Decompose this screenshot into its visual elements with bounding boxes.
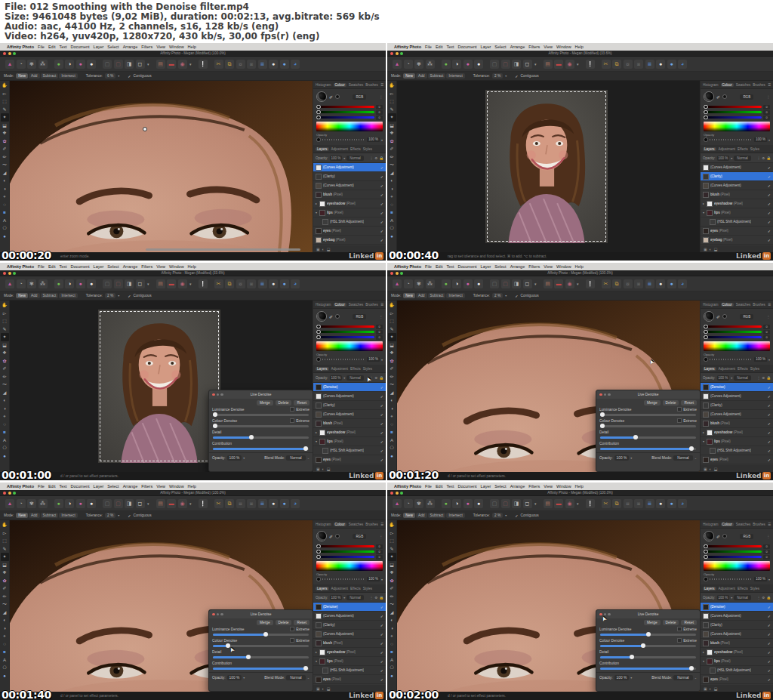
eyedropper-icon[interactable]: ✐ <box>329 94 333 100</box>
layer-visibility-check[interactable]: ✓ <box>768 394 771 399</box>
tolerance-caret-icon[interactable]: ▾ <box>505 74 507 78</box>
undo-history-icon[interactable]: ⧇ <box>236 499 245 508</box>
undo-history-icon[interactable]: ⧇ <box>236 60 245 69</box>
layer-expand-icon[interactable]: ▸ <box>703 430 705 434</box>
pixel-pencil-tool[interactable]: ✏ <box>388 373 396 381</box>
layers-opacity-caret-icon[interactable]: ▾ <box>343 376 345 380</box>
layer-row[interactable]: ▸eyeshadow (Pixel)✓ <box>701 648 773 657</box>
layer-row[interactable]: ▾lips (Pixel)✓ <box>701 657 773 666</box>
export-persona-icon[interactable]: ⁂ <box>426 499 435 508</box>
flip-document-icon[interactable]: ▢ <box>501 279 510 288</box>
rotate-document-icon[interactable]: ▢ <box>103 499 112 508</box>
app-menu-name[interactable]: Affinity Photo <box>394 45 421 49</box>
quick-clarify-icon[interactable]: ❕ <box>199 60 208 69</box>
slider-thumb[interactable] <box>689 666 694 671</box>
panel-hamburger-icon[interactable]: ☰ <box>768 523 771 526</box>
dialog-title-bar[interactable]: Live Denoise <box>209 610 313 618</box>
blur-tool[interactable]: ◌ <box>1 421 9 429</box>
eraser-tool[interactable]: ◢ <box>1 169 9 177</box>
layers-opacity-value[interactable]: 100 % <box>717 156 730 161</box>
menu-help[interactable]: Help <box>188 264 196 269</box>
layer-visibility-check[interactable]: ✓ <box>768 385 771 390</box>
extreme-checkbox[interactable] <box>290 627 294 631</box>
menu-file[interactable]: File <box>425 484 432 489</box>
burn-tool[interactable]: ◑ <box>388 185 396 193</box>
colour-spectrum[interactable] <box>316 341 383 351</box>
window-title-bar[interactable]: Affinity Photo - Megan (Modified) (33.6%… <box>0 270 386 276</box>
menu-text[interactable]: Text <box>59 264 66 269</box>
menu-view[interactable]: View <box>156 45 165 49</box>
dodge-tool[interactable]: ◐ <box>1 177 9 185</box>
slider-value[interactable]: 0 <box>376 105 383 109</box>
add-adjustment-icon[interactable]: ◐ <box>710 467 712 471</box>
slider-value[interactable]: 0 <box>376 544 383 549</box>
sphere-shaded-icon[interactable]: ◕ <box>291 60 300 69</box>
colour-replacement-tool[interactable]: ✿ <box>1 357 9 365</box>
menu-filters[interactable]: Filters <box>528 264 540 269</box>
colour-opacity-value[interactable]: 100 % <box>754 357 767 362</box>
menu-window[interactable]: Window <box>169 264 184 269</box>
tolerance-caret-icon[interactable]: ▾ <box>118 294 119 298</box>
snapshot-icon[interactable]: ✂ <box>214 279 223 288</box>
colour-spectrum[interactable] <box>704 122 770 131</box>
adjustment-icon[interactable]: ◉ <box>178 60 187 69</box>
slider-r[interactable]: 0 <box>704 544 770 549</box>
layer-row[interactable]: ▸eyeshadow (Pixel)✓ <box>313 648 386 657</box>
text-tool[interactable]: A <box>1 436 9 445</box>
adjustment-icon-caret[interactable]: ▾ <box>577 501 579 506</box>
menu-edit[interactable]: Edit <box>436 45 442 49</box>
minimize-window-icon[interactable] <box>396 492 399 495</box>
menu-help[interactable]: Help <box>188 484 196 489</box>
dialog-opacity-caret-icon[interactable]: ▾ <box>243 456 245 460</box>
menu-arrange[interactable]: Arrange <box>123 484 138 489</box>
layers-opacity-caret-icon[interactable]: ▾ <box>731 596 732 600</box>
export-persona-icon[interactable]: ⁂ <box>38 499 48 508</box>
mode-subtract-button[interactable]: Subtract <box>428 293 446 298</box>
layers-lock-icon[interactable]: 🔒 <box>766 156 771 160</box>
pixel-pencil-tool[interactable]: ✏ <box>388 593 396 601</box>
detail-slider[interactable] <box>213 436 309 439</box>
layer-row[interactable]: (HSL Shift Adjustment)✓ <box>701 446 773 455</box>
tab-histogram[interactable]: Histogram <box>703 303 719 307</box>
gradient-tool[interactable]: ■ <box>388 428 396 436</box>
selection-brush-tool[interactable]: ❖ <box>388 569 396 577</box>
redo-history-icon[interactable]: ⧆ <box>634 60 643 69</box>
layer-expand-icon[interactable]: ▾ <box>316 211 318 214</box>
layer-row[interactable]: ▾lips (Pixel)✓ <box>701 208 773 217</box>
redo-history-icon[interactable]: ⧆ <box>634 279 643 288</box>
layer-visibility-check[interactable]: ✓ <box>768 458 771 462</box>
tab-histogram[interactable]: Histogram <box>703 83 719 87</box>
layer-row[interactable]: (Denoise)✓ <box>701 603 773 612</box>
burn-tool[interactable]: ◑ <box>388 405 396 413</box>
dialog-opacity-value[interactable]: 100 % <box>227 455 242 461</box>
auto-contrast-icon[interactable]: ◑ <box>65 279 74 288</box>
dodge-tool[interactable]: ◐ <box>388 396 396 405</box>
tab-brushes[interactable]: Brushes <box>753 523 765 526</box>
rotate-document-icon[interactable]: ▢ <box>490 60 499 69</box>
undo-history-icon[interactable]: ⧇ <box>624 279 633 288</box>
dialog-opacity-value[interactable]: 100 % <box>614 455 630 461</box>
delete-button[interactable]: Delete <box>663 620 679 625</box>
sphere-white-icon[interactable]: ● <box>269 279 278 288</box>
tab-adjustment[interactable]: Adjustment <box>719 147 736 151</box>
sphere-shaded-icon[interactable]: ◕ <box>678 60 687 69</box>
mode-intersect-button[interactable]: Intersect <box>59 293 77 298</box>
gradient-tool[interactable]: ■ <box>388 208 396 217</box>
colour-opacity-knob[interactable] <box>316 357 321 362</box>
colour-replacement-tool[interactable]: ✿ <box>388 357 396 365</box>
colour-swatch-icon[interactable]: ▬ <box>554 60 563 69</box>
layer-visibility-check[interactable]: ✓ <box>380 403 383 408</box>
canvas-area[interactable]: Live Denoise MergeDeleteReset Luminance … <box>397 520 700 692</box>
slider-b[interactable]: 0 <box>316 554 383 560</box>
rotate-document-icon[interactable]: ▢ <box>490 279 499 288</box>
mask-icon[interactable]: ◻ <box>523 499 532 508</box>
blur-tool[interactable]: ◌ <box>1 201 9 209</box>
colour-opacity-value[interactable]: 100 % <box>754 137 767 142</box>
quick-clarify-icon[interactable]: ❕ <box>586 499 595 508</box>
mode-new-button[interactable]: New <box>16 513 28 518</box>
menu-document[interactable]: Document <box>71 484 90 489</box>
contiguous-checkbox[interactable]: ✓ <box>128 513 131 518</box>
adjustment-icon[interactable]: ◉ <box>565 499 574 508</box>
freehand-select-tool[interactable]: ✎ <box>388 545 396 554</box>
menu-document[interactable]: Document <box>71 264 90 269</box>
